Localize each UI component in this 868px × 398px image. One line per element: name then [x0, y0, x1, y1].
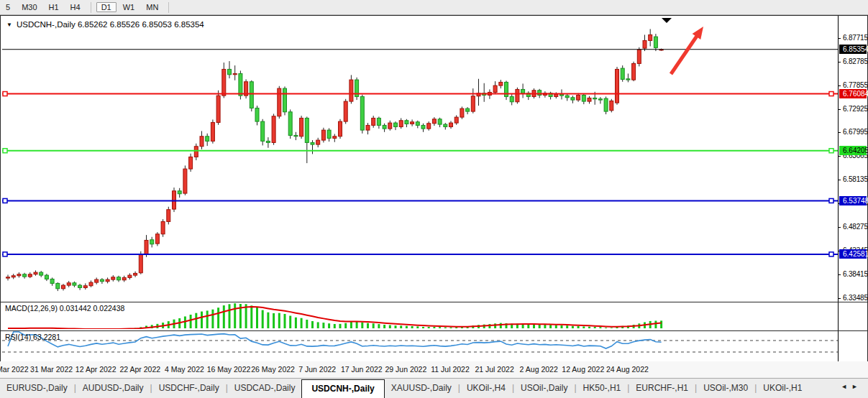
price-tick-mark: [839, 227, 841, 228]
price-badge-6.53748: 6.53748: [839, 196, 867, 205]
timeframe-button-W1[interactable]: W1: [118, 2, 140, 12]
price-tick-label: 6.82785: [843, 57, 868, 65]
price-tick-label: 6.38415: [843, 270, 868, 278]
price-badge-6.42581: 6.42581: [839, 249, 867, 259]
price-tick-label: 6.72925: [843, 105, 868, 113]
timeframe-button-M30[interactable]: M30: [17, 2, 42, 12]
tab-scroll-arrows: ◄►: [841, 383, 862, 390]
rsi-label: RSI(14) 63.2281: [5, 333, 60, 341]
symbol-tab-USOil-Daily[interactable]: USOil-,Daily: [514, 379, 574, 398]
price-tick-mark: [839, 180, 841, 180]
macd-label: MACD(12,26,9) 0.031442 0.022438: [5, 304, 124, 313]
price-badge-6.76084: 6.76084: [839, 89, 867, 98]
symbol-tab-USDCNH-Daily[interactable]: USDCNH-,Daily: [301, 379, 384, 398]
price-tick-mark: [839, 85, 841, 86]
symbol-tab-USOil-M30[interactable]: USOil-,M30: [697, 379, 754, 398]
price-tick-mark: [839, 38, 841, 39]
symbol-tab-EURUSD-Daily[interactable]: EURUSD-,Daily: [0, 379, 74, 398]
macd-axis: 0.103237 -0.003664: [838, 302, 867, 330]
symbol-tab-XAUUSD-Daily[interactable]: XAUUSD-,Daily: [385, 379, 458, 398]
top-marker-icon[interactable]: [662, 18, 672, 23]
price-tick-label: 6.87715: [843, 34, 868, 42]
timeframe-toolbar: 5M30H1H4D1W1MN: [0, 0, 868, 15]
price-tick-mark: [839, 156, 841, 157]
price-tick-mark: [839, 274, 841, 275]
price-tick-label: 6.77855: [843, 81, 868, 89]
price-badge-6.85354: 6.85354: [839, 45, 867, 54]
symbol-tab-USDCAD-Daily[interactable]: USDCAD-,Daily: [228, 379, 302, 398]
main-chart-panel: ▼USDCNH-,Daily 6.85262 6.85526 6.85053 6…: [0, 15, 868, 302]
date-tick-label: 24 Aug 2022: [598, 365, 656, 374]
chart-title-text: USDCNH-,Daily 6.85262 6.85526 6.85053 6.…: [17, 20, 204, 29]
symbol-tab-EURCHF-H1[interactable]: EURCHF-,H1: [629, 379, 695, 398]
candles-group: [6, 29, 664, 291]
symbol-tab-UKOil-H1[interactable]: UKOil-,H1: [757, 379, 808, 398]
macd-panel: MACD(12,26,9) 0.031442 0.022438 0.103237…: [0, 302, 868, 331]
symbol-tab-UKOil-H4[interactable]: UKOil-,H4: [460, 379, 512, 398]
price-tick-label: 6.48275: [843, 223, 868, 231]
price-badge-6.64205: 6.64205: [839, 146, 867, 155]
price-tick-label: 6.33485: [843, 294, 868, 302]
hline-6.64205[interactable]: [2, 149, 838, 153]
price-tick-mark: [839, 109, 841, 110]
trend-arrow[interactable]: [671, 27, 703, 74]
rsi-panel: RSI(14) 63.2281 100 70 30 0: [0, 330, 868, 363]
price-tick-label: 6.67995: [843, 128, 868, 136]
hline-6.42581[interactable]: [2, 252, 838, 256]
price-axis[interactable]: 6.877156.827856.778556.729256.679956.630…: [838, 16, 867, 302]
symbol-tab-USDCHF-Daily[interactable]: USDCHF-,Daily: [152, 379, 226, 398]
timeframe-button-5[interactable]: 5: [1, 2, 15, 12]
timeframe-button-MN[interactable]: MN: [141, 2, 163, 12]
chart-title: ▼USDCNH-,Daily 6.85262 6.85526 6.85053 6…: [6, 20, 204, 29]
timeframe-button-H1[interactable]: H1: [44, 2, 64, 12]
timeframe-button-D1[interactable]: D1: [96, 2, 117, 12]
mt4-window: 5M30H1H4D1W1MN ▼USDCNH-,Daily 6.85262 6.…: [0, 0, 868, 398]
symbol-tab-AUDUSD-Daily[interactable]: AUDUSD-,Daily: [76, 379, 150, 398]
price-chart-canvas[interactable]: [1, 16, 838, 300]
time-axis[interactable]: 21 Mar 202231 Mar 202212 Apr 202222 Apr …: [0, 361, 868, 378]
timeframe-button-H4[interactable]: H4: [65, 2, 86, 12]
toolbar-separator: [168, 2, 169, 13]
tab-scroll-left-icon[interactable]: ◄: [841, 383, 851, 390]
rsi-axis: 100 70 30 0: [838, 331, 867, 362]
hline-6.76084[interactable]: [2, 92, 838, 96]
tab-scroll-right-icon[interactable]: ►: [851, 383, 862, 390]
toolbar-separator: [91, 2, 91, 13]
price-tick-mark: [839, 62, 841, 63]
price-tick-mark: [839, 298, 841, 299]
chevron-down-icon[interactable]: ▼: [6, 22, 12, 28]
price-tick-mark: [839, 132, 841, 133]
rsi-canvas[interactable]: [1, 331, 838, 361]
macd-canvas[interactable]: [1, 302, 838, 329]
price-tick-label: 6.58135: [843, 175, 868, 183]
symbol-tab-HK50-H1[interactable]: HK50-,H1: [577, 379, 628, 398]
hline-6.53748[interactable]: [2, 198, 838, 203]
symbol-tab-bar: EURUSD-,Daily|AUDUSD-,Daily|USDCHF-,Dail…: [0, 378, 868, 398]
